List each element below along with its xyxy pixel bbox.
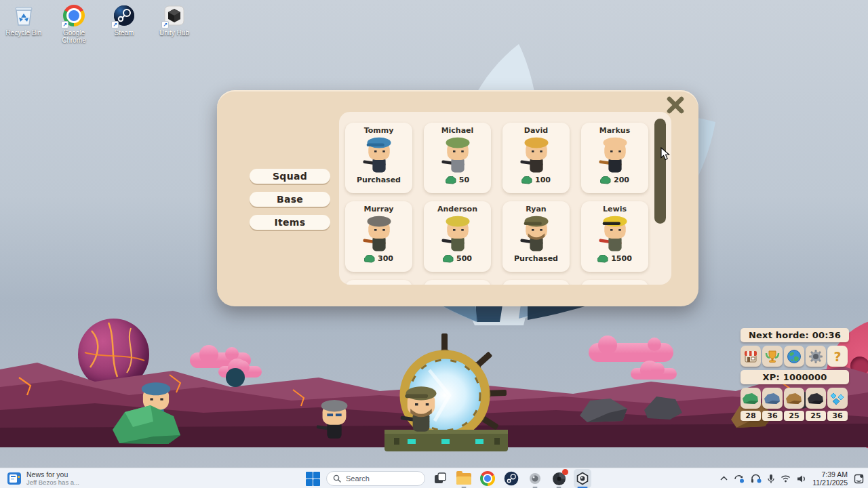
file-explorer-icon xyxy=(456,473,471,485)
active-game-icon xyxy=(576,472,589,485)
news-title: News for you xyxy=(26,470,79,479)
search-input[interactable]: Search xyxy=(326,471,425,486)
achievements-button[interactable] xyxy=(762,346,783,367)
tab-base[interactable]: Base xyxy=(250,192,330,207)
member-portrait xyxy=(439,136,477,175)
shop-icon xyxy=(743,349,758,364)
member-name: Lewis xyxy=(603,205,627,214)
tray-chevron-up-icon[interactable] xyxy=(720,476,728,481)
close-icon xyxy=(667,96,684,114)
green-rock-icon xyxy=(743,392,759,405)
squad-member-card-murray[interactable]: Murray 300 xyxy=(345,201,412,272)
steam-taskbar-button[interactable] xyxy=(502,469,520,488)
question-mark-icon: ? xyxy=(833,349,841,364)
shop-button[interactable] xyxy=(741,346,761,367)
shop-tabs: Squad Base Items xyxy=(250,169,330,230)
miner-character xyxy=(133,380,179,428)
active-game-button[interactable] xyxy=(574,469,591,488)
member-name: Michael xyxy=(441,126,474,135)
gem-icon xyxy=(597,255,608,263)
chrome-icon: ↗ xyxy=(62,4,85,27)
microphone-tray-icon[interactable] xyxy=(768,474,774,484)
partial-card[interactable] xyxy=(424,280,491,285)
member-price: 100 xyxy=(521,175,551,185)
squad-member-card-lewis[interactable]: Lewis 1500 xyxy=(581,201,648,272)
tab-squad[interactable]: Squad xyxy=(250,169,330,184)
squad-member-card-tommy[interactable]: Tommy Purchased xyxy=(345,123,412,193)
desktop-icon-label: Unity Hub xyxy=(159,29,189,37)
recycle-bin-icon xyxy=(12,4,35,27)
terrain xyxy=(0,363,868,447)
resource-count-row: 28 36 25 25 36 xyxy=(741,411,849,421)
desktop-icon-label: Steam xyxy=(115,29,134,37)
squad-member-card-markus[interactable]: Markus 200 xyxy=(581,123,648,193)
pink-cloud xyxy=(631,368,677,380)
game-app-notification-button[interactable] xyxy=(550,469,568,488)
purple-lava-planet xyxy=(78,319,149,390)
desktop-icon-recycle-bin[interactable]: Recycle Bin xyxy=(3,4,45,44)
brown-rock-icon xyxy=(786,392,802,405)
shortcut-arrow-icon: ↗ xyxy=(61,21,68,28)
blue-crystal-resource xyxy=(827,388,848,409)
member-name: Anderson xyxy=(437,205,477,214)
volume-tray-icon[interactable] xyxy=(797,474,806,483)
xp-counter: XP: 1000000 xyxy=(741,370,849,384)
gem-icon xyxy=(521,176,532,184)
desktop-icon-steam[interactable]: ↗ Steam xyxy=(103,4,145,44)
partial-card[interactable] xyxy=(581,280,648,285)
soldier-character xyxy=(313,394,355,445)
member-price: Purchased xyxy=(357,175,401,185)
tray-date: 11/21/2025 xyxy=(812,479,848,487)
notification-center-icon[interactable] xyxy=(854,474,864,484)
black-rock-resource xyxy=(806,388,826,409)
wifi-tray-icon[interactable] xyxy=(781,474,791,483)
help-button[interactable]: ? xyxy=(827,346,848,367)
sync-tray-icon[interactable] xyxy=(734,474,745,483)
next-horde-timer: Next horde: 00:36 xyxy=(741,328,849,342)
search-placeholder: Search xyxy=(346,474,370,483)
squad-member-card-michael[interactable]: Michael 50 xyxy=(424,123,491,193)
chrome-taskbar-button[interactable] xyxy=(479,469,496,488)
roster-scrollbar[interactable] xyxy=(654,119,666,224)
blue-rock-icon xyxy=(764,392,781,405)
shortcut-arrow-icon: ↗ xyxy=(161,21,169,28)
tab-items[interactable]: Items xyxy=(250,215,330,230)
member-name: Ryan xyxy=(526,205,546,214)
black-rock-icon xyxy=(808,392,824,405)
unity-hub-icon: ↗ xyxy=(163,4,186,27)
member-price: 50 xyxy=(446,175,469,185)
pink-cloud xyxy=(589,343,673,362)
squad-member-card-ryan[interactable]: Ryan Purchased xyxy=(502,201,570,272)
partial-card[interactable] xyxy=(502,280,570,285)
taskbar-news-widget[interactable]: News for you Jeff Bezos has a... xyxy=(7,470,79,486)
settings-gear-icon xyxy=(808,349,823,364)
game-hud: Next horde: 00:36 xyxy=(741,328,849,421)
squad-member-card-david[interactable]: David 100 xyxy=(502,123,570,193)
task-view-button[interactable] xyxy=(431,469,449,488)
desktop-icon-unity-hub[interactable]: ↗ Unity Hub xyxy=(153,4,195,44)
squad-card-grid: Tommy Purchased Michael 50 David xyxy=(345,123,648,285)
member-price: 200 xyxy=(600,175,629,185)
headset-tray-icon[interactable] xyxy=(751,474,762,483)
desktop-icon-label: Google Chrome xyxy=(53,29,95,44)
member-portrait xyxy=(596,136,634,175)
desktop-icon-chrome[interactable]: ↗ Google Chrome xyxy=(53,4,95,44)
search-icon xyxy=(333,474,341,483)
world-button[interactable] xyxy=(784,346,804,367)
gem-icon xyxy=(600,176,611,184)
resource-count: 25 xyxy=(784,411,804,421)
file-explorer-button[interactable] xyxy=(455,469,473,488)
squad-roster: Tommy Purchased Michael 50 David xyxy=(339,112,671,285)
member-portrait xyxy=(517,214,555,253)
steam-icon: ↗ xyxy=(113,4,136,27)
settings-button[interactable] xyxy=(806,346,826,367)
hud-menu-row: ? xyxy=(741,346,849,367)
tray-clock[interactable]: 7:39 AM 11/21/2025 xyxy=(812,470,848,487)
portal-gate xyxy=(375,329,519,455)
taskbar-center: Search xyxy=(305,468,591,488)
squad-member-card-anderson[interactable]: Anderson 500 xyxy=(424,201,491,272)
partial-card[interactable] xyxy=(345,280,412,285)
game-app-button[interactable] xyxy=(526,469,544,488)
start-button[interactable] xyxy=(305,471,320,486)
member-portrait xyxy=(360,214,398,253)
